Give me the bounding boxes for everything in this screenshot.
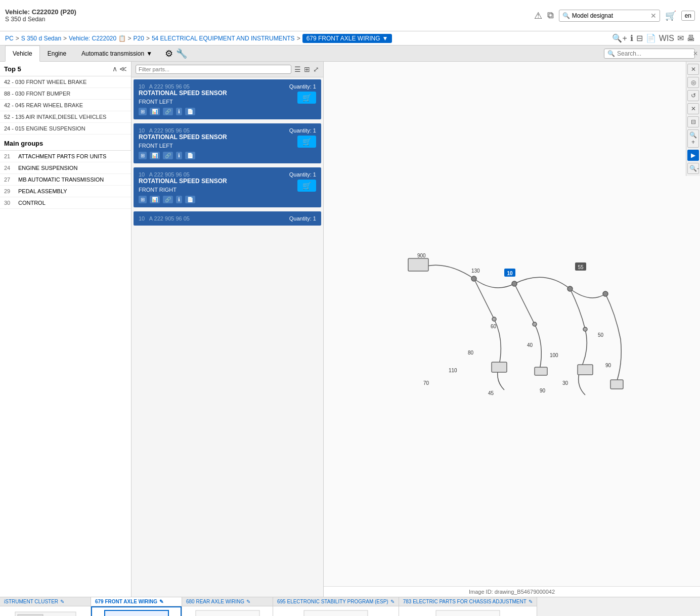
part1-chart-btn[interactable]: 📊	[150, 108, 160, 115]
part1-qty: Quantity: 1	[289, 83, 316, 90]
svg-text:50: 50	[598, 332, 604, 338]
tab-extra-icons: ⚙ 🔧	[165, 48, 187, 59]
front-axle-thumbnail	[104, 609, 169, 616]
diag-highlight-btn[interactable]: ◎	[687, 77, 699, 88]
svg-rect-8	[535, 367, 547, 375]
bottom-tab-rear-axle: 680 REAR AXLE WIRING ✎	[182, 597, 273, 616]
search-icon: 🔍	[562, 12, 570, 19]
group-item-30[interactable]: 30 CONTROL	[0, 197, 131, 209]
parts-grid-view-btn[interactable]: ⊞	[304, 65, 310, 73]
zoom-in-tool[interactable]: 🔍+	[612, 33, 627, 43]
breadcrumb-vehicle[interactable]: Vehicle: C222020 📋	[69, 35, 125, 42]
diag-cross-btn[interactable]: ✕	[687, 103, 699, 114]
breadcrumb-s350[interactable]: S 350 d Sedan	[21, 35, 61, 42]
bottom-tab-instrument-label[interactable]: iSTRUMENT CLUSTER ✎	[0, 597, 91, 606]
email-tool[interactable]: ✉	[677, 33, 684, 43]
diag-zoom-in-btn[interactable]: 🔍+	[687, 129, 699, 148]
language-button[interactable]: en	[681, 11, 695, 21]
part-card-1[interactable]: 10 A 222 905 96 05 ROTATIONAL SPEED SENS…	[134, 79, 321, 119]
tab-automatic-transmission[interactable]: Automatic transmission ▼	[74, 46, 160, 61]
parts-expand-btn[interactable]: ⤢	[313, 65, 319, 73]
top5-item-4[interactable]: 52 - 135 AIR INTAKE,DIESEL VEHICLES	[0, 111, 131, 123]
bottom-tab-instrument-img[interactable]	[0, 606, 91, 616]
breadcrumb-pc[interactable]: PC	[5, 35, 14, 42]
part2-link-btn[interactable]: 🔗	[163, 152, 173, 159]
bottom-tab-chassis-label[interactable]: 783 ELECTRIC PARTS FOR CHASSIS ADJUSTMEN…	[399, 597, 537, 606]
bottom-tab-esp-img[interactable]	[273, 606, 399, 616]
part3-doc-btn[interactable]: 📄	[185, 196, 195, 203]
warning-icon[interactable]: ⚠	[534, 10, 542, 21]
top5-collapse-btn[interactable]: ∧	[112, 65, 117, 73]
top-bar-right: ⚠ ⧉ 🔍 ✕ 🛒 en	[534, 10, 695, 22]
bottom-tab-chassis-img[interactable]	[399, 606, 537, 616]
top5-item-2[interactable]: 88 - 030 FRONT BUMPER	[0, 88, 131, 100]
part-card-3[interactable]: 10 A 222 905 96 05 ROTATIONAL SPEED SENS…	[134, 167, 321, 207]
diag-ref-btn[interactable]: ⊟	[687, 116, 699, 127]
bottom-tab-front-axle-img[interactable]	[91, 606, 182, 616]
part2-info-btn[interactable]: ℹ	[176, 152, 182, 159]
part3-chart-btn[interactable]: 📊	[150, 196, 160, 203]
wis-tool[interactable]: WIS	[659, 34, 674, 43]
top5-item-5[interactable]: 24 - 015 ENGINE SUSPENSION	[0, 123, 131, 135]
group-item-29[interactable]: 29 PEDAL ASSEMBLY	[0, 186, 131, 197]
diag-zoom-out-btn[interactable]: 🔍-	[687, 163, 699, 174]
part3-cart-btn[interactable]: 🛒	[297, 180, 316, 192]
breadcrumb-electrical[interactable]: 54 ELECTRICAL EQUIPMENT AND INSTRUMENTS	[152, 35, 295, 42]
instrument-thumbnail	[13, 609, 78, 616]
diag-close-btn[interactable]: ✕	[687, 64, 699, 75]
info-tool[interactable]: ℹ	[630, 33, 633, 43]
filter-tool[interactable]: ⊟	[636, 33, 643, 43]
part3-link-btn[interactable]: 🔗	[163, 196, 173, 203]
part1-cart-btn[interactable]: 🛒	[297, 92, 316, 104]
settings-gear-icon[interactable]: ⚙	[165, 48, 173, 59]
part3-info-btn[interactable]: ℹ	[176, 196, 182, 203]
bottom-tab-front-axle-label[interactable]: 679 FRONT AXLE WIRING ✎	[91, 597, 182, 606]
breadcrumb-p20[interactable]: P20	[134, 35, 144, 42]
group-item-27[interactable]: 27 MB AUTOMATIC TRANSMISSION	[0, 174, 131, 186]
middle-panel: ☰ ⊞ ⤢ 10 A 222 905 96 05 ROTATIONAL SPEE…	[132, 62, 324, 597]
part2-pos: 10	[139, 127, 145, 134]
bottom-tab-edit-icon: ✎	[60, 599, 64, 604]
part1-doc-btn[interactable]: 📄	[185, 108, 195, 115]
part2-doc-btn[interactable]: 📄	[185, 152, 195, 159]
bottom-tab-rear-axle-img[interactable]	[182, 606, 273, 616]
svg-text:60: 60	[491, 324, 497, 329]
model-search-input[interactable]	[572, 12, 650, 19]
part1-info-btn[interactable]: ℹ	[176, 108, 182, 115]
tab-vehicle[interactable]: Vehicle	[5, 46, 40, 62]
part-card-4[interactable]: 10 A 222 905 96 05 Quantity: 1	[134, 211, 321, 226]
part1-link-btn[interactable]: 🔗	[163, 108, 173, 115]
part3-table-btn[interactable]: ⊞	[139, 196, 147, 203]
copy-icon[interactable]: ⧉	[547, 10, 554, 21]
part2-cart-btn[interactable]: 🛒	[297, 136, 316, 148]
image-id: Image ID: drawing_B54679000042	[324, 586, 700, 597]
part-card-2[interactable]: 10 A 222 905 96 05 ROTATIONAL SPEED SENS…	[134, 123, 321, 163]
tab-engine[interactable]: Engine	[40, 46, 74, 61]
part2-name: ROTATIONAL SPEED SENSOR	[139, 134, 227, 141]
diag-scroll-right-btn[interactable]: ▶	[687, 150, 699, 161]
doc-tool[interactable]: 📄	[646, 33, 656, 43]
bottom-tab-rear-axle-label[interactable]: 680 REAR AXLE WIRING ✎	[182, 597, 273, 606]
cart-icon[interactable]: 🛒	[665, 10, 676, 21]
group-item-24[interactable]: 24 ENGINE SUSPENSION	[0, 162, 131, 174]
top5-scroll-btn[interactable]: ≪	[119, 65, 127, 73]
parts-filter-input[interactable]	[136, 65, 291, 74]
wrench-icon[interactable]: 🔧	[176, 48, 187, 59]
bottom-tab-esp-label[interactable]: 695 ELECTRONIC STABILITY PROGRAM (ESP) ✎	[273, 597, 399, 606]
parts-list-view-btn[interactable]: ☰	[294, 65, 301, 73]
part2-chart-btn[interactable]: 📊	[150, 152, 160, 159]
main-content: Top 5 ∧ ≪ 42 - 030 FRONT WHEEL BRAKE 88 …	[0, 62, 700, 597]
breadcrumb-current[interactable]: 679 FRONT AXLE WIRING ▼	[302, 34, 392, 43]
tab-search-input[interactable]	[617, 50, 693, 57]
part2-table-btn[interactable]: ⊞	[139, 152, 147, 159]
tab-search-clear[interactable]: ✕	[693, 50, 698, 57]
top5-item-3[interactable]: 42 - 045 REAR WHEEL BRAKE	[0, 100, 131, 111]
top5-item-1[interactable]: 42 - 030 FRONT WHEEL BRAKE	[0, 76, 131, 88]
print-tool[interactable]: 🖶	[687, 34, 695, 43]
tab-search-icon: 🔍	[607, 50, 615, 57]
part1-table-btn[interactable]: ⊞	[139, 108, 147, 115]
group-item-21[interactable]: 21 ATTACHMENT PARTS FOR UNITS	[0, 151, 131, 162]
bottom-tab-instrument: iSTRUMENT CLUSTER ✎	[0, 597, 91, 616]
diag-history-btn[interactable]: ↺	[687, 90, 699, 101]
search-clear-btn[interactable]: ✕	[650, 12, 657, 20]
